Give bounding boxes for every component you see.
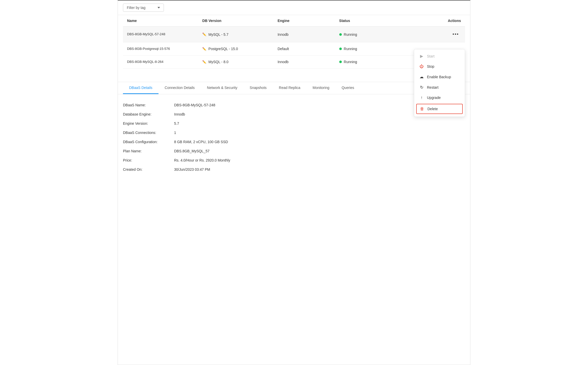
cell-version: ✏️ MySQL - 8.0 bbox=[198, 55, 273, 69]
menu-item-label: Start bbox=[427, 54, 435, 58]
detail-row: Plan Name: DBS.8GB_MySQL_57 bbox=[123, 146, 465, 156]
status-dot bbox=[339, 33, 342, 36]
menu-item-label: Upgrade bbox=[427, 96, 441, 100]
detail-value: 5.7 bbox=[174, 121, 179, 126]
detail-value: DBS-8GB-MySQL-57-248 bbox=[174, 103, 215, 107]
detail-row: Engine Version: 5.7 bbox=[123, 119, 465, 128]
table-row: DBS-8GB-MySQL-57-248 ✏️ MySQL - 5.7 Inno… bbox=[123, 27, 465, 42]
cell-name: DBS-8GB-MySQL-8-264 bbox=[123, 55, 198, 69]
cell-actions: ••• bbox=[421, 27, 465, 42]
cell-engine: Innodb bbox=[274, 27, 335, 42]
start-icon: ▶ bbox=[419, 54, 424, 59]
restart-icon: ↻ bbox=[419, 85, 424, 90]
page-wrapper: Filter by tag Name DB Version Engine Sta… bbox=[118, 0, 470, 365]
status-label: Running bbox=[344, 60, 357, 64]
detail-value: Innodb bbox=[174, 112, 185, 116]
tab-read-replica[interactable]: Read Replica bbox=[273, 82, 307, 94]
cell-name: DBS-8GB-Postgresql-15-576 bbox=[123, 42, 198, 55]
menu-item-start: ▶Start bbox=[414, 51, 465, 61]
menu-item-label: Delete bbox=[427, 107, 438, 111]
tab-monitoring[interactable]: Monitoring bbox=[307, 82, 335, 94]
tab-dbaas-details[interactable]: DBaaS Details bbox=[123, 82, 159, 94]
upgrade-icon: ↑ bbox=[419, 95, 424, 100]
col-header-version: DB Version bbox=[198, 15, 273, 27]
context-menu: ▶Start⏻Stop☁Enable Backup↻Restart↑Upgrad… bbox=[414, 49, 465, 117]
status-label: Running bbox=[344, 32, 357, 37]
status-dot bbox=[339, 48, 342, 50]
menu-item-upgrade[interactable]: ↑Upgrade bbox=[414, 93, 465, 103]
edit-icon: ✏️ bbox=[202, 60, 206, 64]
edit-icon: ✏️ bbox=[202, 47, 206, 51]
detail-value: 8 GB RAM, 2 vCPU, 100 GB SSD bbox=[174, 140, 228, 144]
cell-name: DBS-8GB-MySQL-57-248 bbox=[123, 27, 198, 42]
cell-version: ✏️ PostgreSQL - 15.0 bbox=[198, 42, 273, 55]
actions-menu-button[interactable]: ••• bbox=[450, 31, 461, 38]
detail-label: Price: bbox=[123, 158, 174, 162]
tab-queries[interactable]: Queries bbox=[335, 82, 360, 94]
cell-engine: Default bbox=[274, 42, 335, 55]
detail-value: 30/Jun/2023 03:47 PM bbox=[174, 167, 210, 172]
detail-row: DBaaS Configuration: 8 GB RAM, 2 vCPU, 1… bbox=[123, 137, 465, 146]
tab-network---security[interactable]: Network & Security bbox=[201, 82, 244, 94]
detail-row: DBaaS Connections: 1 bbox=[123, 128, 465, 137]
detail-row: Price: Rs. 4.0/Hour or Rs. 2920.0 Monthl… bbox=[123, 156, 465, 165]
menu-item-label: Restart bbox=[427, 85, 438, 89]
detail-label: DBaaS Configuration: bbox=[123, 140, 174, 144]
status-dot bbox=[339, 61, 342, 63]
filter-label: Filter by tag bbox=[127, 6, 145, 10]
menu-item-delete[interactable]: 🗑Delete bbox=[416, 104, 463, 114]
detail-label: DBaaS Connections: bbox=[123, 131, 174, 135]
detail-label: Created On: bbox=[123, 167, 174, 172]
detail-label: Engine Version: bbox=[123, 121, 174, 126]
cell-status: Running bbox=[335, 42, 421, 55]
cell-version: ✏️ MySQL - 5.7 bbox=[198, 27, 273, 42]
edit-icon: ✏️ bbox=[202, 32, 206, 36]
menu-item-label: Enable Backup bbox=[427, 75, 451, 79]
col-header-name: Name bbox=[123, 15, 198, 27]
cell-status: Running bbox=[335, 27, 421, 42]
detail-label: Database Engine: bbox=[123, 112, 174, 116]
menu-item-stop[interactable]: ⏻Stop bbox=[414, 61, 465, 72]
col-header-status: Status bbox=[335, 15, 421, 27]
delete-icon: 🗑 bbox=[420, 107, 424, 111]
col-header-actions: Actions bbox=[421, 15, 465, 27]
menu-item-enable-backup[interactable]: ☁Enable Backup bbox=[414, 72, 465, 82]
menu-item-restart[interactable]: ↻Restart bbox=[414, 82, 465, 93]
detail-label: Plan Name: bbox=[123, 149, 174, 153]
cell-engine: Innodb bbox=[274, 55, 335, 69]
detail-value: Rs. 4.0/Hour or Rs. 2920.0 Monthly bbox=[174, 158, 230, 162]
filter-by-tag-dropdown[interactable]: Filter by tag bbox=[123, 4, 164, 12]
filter-bar: Filter by tag bbox=[118, 1, 470, 15]
status-label: Running bbox=[344, 47, 357, 51]
tab-connection-details[interactable]: Connection Details bbox=[159, 82, 201, 94]
detail-value: DBS.8GB_MySQL_57 bbox=[174, 149, 210, 153]
menu-item-label: Stop bbox=[427, 64, 434, 69]
detail-row: Created On: 30/Jun/2023 03:47 PM bbox=[123, 165, 465, 174]
detail-label: DBaaS Name: bbox=[123, 103, 174, 107]
cell-status: Running bbox=[335, 55, 421, 69]
tab-snapshots[interactable]: Snapshots bbox=[244, 82, 273, 94]
backup-icon: ☁ bbox=[419, 74, 424, 79]
col-header-engine: Engine bbox=[274, 15, 335, 27]
detail-value: 1 bbox=[174, 131, 176, 135]
chevron-down-icon bbox=[157, 7, 160, 8]
stop-icon: ⏻ bbox=[419, 64, 424, 69]
